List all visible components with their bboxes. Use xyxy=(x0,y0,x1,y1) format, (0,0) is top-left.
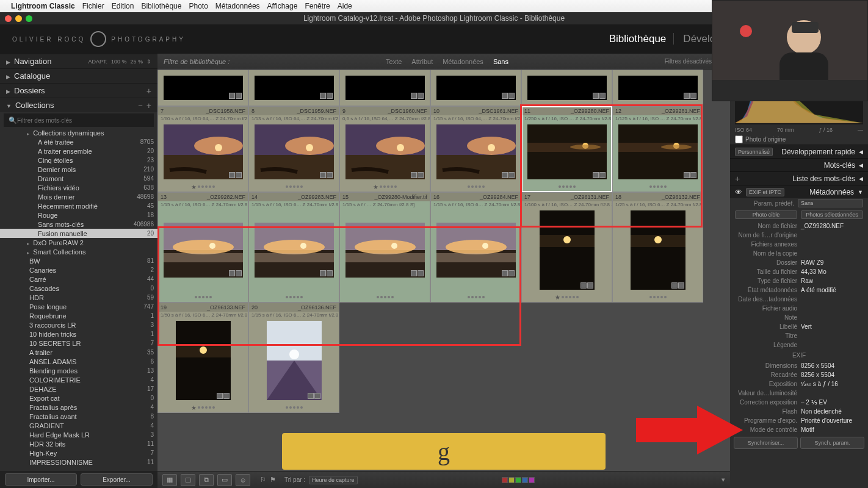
collection-item[interactable]: Dernier mois210 xyxy=(0,165,157,174)
export-button[interactable]: Exporter... xyxy=(81,473,153,486)
collection-item[interactable]: Pose longue747 xyxy=(0,302,157,311)
thumbnail-cell[interactable]: 20_OZ96136.NEF 1/15 s à f / 16, ISO 6… Z… xyxy=(248,303,339,413)
thumbnail-cell[interactable]: 12_OZ99281.NEF 1/125 s à f / 16, ISO … Z… xyxy=(612,106,703,192)
menu-fenetre[interactable]: Fenêtre xyxy=(305,2,330,10)
collection-item[interactable]: GRADIENT4 xyxy=(0,421,157,430)
grid-view-button[interactable]: ▦ xyxy=(162,474,177,486)
photos-sel-button[interactable]: Photos sélectionnées xyxy=(801,210,863,219)
collection-item[interactable]: Roquebrune1 xyxy=(0,311,157,320)
filter-tab-texte[interactable]: Texte xyxy=(381,58,407,65)
add-collection-icon[interactable]: + xyxy=(146,101,151,110)
thumbnail-cell[interactable]: 10_DSC1961.NEF 1/15 s à f / 16, ISO 64,…… xyxy=(430,106,521,192)
menu-bibliotheque[interactable]: Bibliothèque xyxy=(141,2,181,10)
mots-cles-header[interactable]: Mots-clés◀ xyxy=(730,158,868,171)
minimize-button[interactable] xyxy=(15,15,22,22)
collection-item[interactable]: ▸ Collections dynamiques xyxy=(0,128,157,137)
collection-item[interactable]: A traiter ensemble20 xyxy=(0,146,157,156)
collection-search[interactable]: 🔍 xyxy=(4,113,154,127)
add-keyword-icon[interactable]: + xyxy=(735,174,740,184)
menu-affichage[interactable]: Affichage xyxy=(267,2,298,10)
menu-metadonnees[interactable]: Métadonnées xyxy=(215,2,260,10)
dev-preset-dropdown[interactable]: Personnalisé xyxy=(735,148,773,156)
thumbnail-cell[interactable] xyxy=(248,70,339,106)
thumbnail-cell[interactable]: 15_OZ99280-Modifier.tif 1/15 s à f / … Z… xyxy=(339,192,430,303)
menu-photo[interactable]: Photo xyxy=(189,2,208,10)
minus-icon[interactable]: − xyxy=(138,101,143,110)
catalogue-header[interactable]: ▶Catalogue xyxy=(0,68,157,83)
filters-disabled-label[interactable]: Filtres désactivés xyxy=(665,58,712,65)
collection-item[interactable]: Rouge18 xyxy=(0,210,157,220)
app-name[interactable]: Lightroom Classic xyxy=(11,2,75,10)
people-view-button[interactable]: ☺ xyxy=(236,474,250,486)
sort-dropdown[interactable]: Heure de capture xyxy=(309,476,358,484)
thumbnail-cell[interactable] xyxy=(157,70,248,106)
menu-edition[interactable]: Edition xyxy=(112,2,134,10)
import-button[interactable]: Importer... xyxy=(5,473,77,486)
thumbnail-cell[interactable]: 14_OZ99283.NEF 1/15 s à f / 16, ISO 6… Z… xyxy=(248,192,339,303)
collection-item[interactable]: A traiter35 xyxy=(0,348,157,357)
thumbnail-cell[interactable]: 13_OZ99282.NEF 1/15 s à f / 16, ISO 6… Z… xyxy=(157,192,248,303)
collection-item[interactable]: COLORIMETRIE4 xyxy=(0,375,157,384)
collection-item[interactable]: Dramont594 xyxy=(0,174,157,183)
thumbnail-cell[interactable]: 9_DSC1960.NEF 0,6 s à f / 16, ISO 64,… Z… xyxy=(339,106,430,192)
thumbnail-cell[interactable]: 19_OZ96133.NEF 1/50 s à f / 16, ISO 6… Z… xyxy=(157,303,248,413)
thumbnail-cell[interactable]: 16_OZ99284.NEF 1/15 s à f / 16, ISO 6… Z… xyxy=(430,192,521,303)
photo-cible-button[interactable]: Photo cible xyxy=(735,210,797,219)
collection-item[interactable]: HDR 32 bits11 xyxy=(0,439,157,448)
thumbnail-cell[interactable]: 17_OZ96131.NEF 1/100 s à f / 16, ISO… Z … xyxy=(521,192,612,303)
survey-view-button[interactable]: ▭ xyxy=(217,474,232,486)
dossiers-header[interactable]: ▶Dossiers + xyxy=(0,83,157,98)
maximize-button[interactable] xyxy=(26,15,32,22)
collection-item[interactable]: Sans mots-clés406986 xyxy=(0,220,157,229)
collection-item[interactable]: 10 hidden tricks1 xyxy=(0,329,157,339)
collection-item[interactable]: Export cat0 xyxy=(0,393,157,403)
preset-dropdown[interactable]: Sans xyxy=(798,199,863,207)
collection-item[interactable]: 3 raccourcis LR3 xyxy=(0,320,157,329)
collection-item[interactable]: BW81 xyxy=(0,256,157,265)
collection-item[interactable]: Canaries2 xyxy=(0,265,157,274)
collection-item[interactable]: ▸ Smart Collections xyxy=(0,247,157,256)
collection-item[interactable]: DEHAZE17 xyxy=(0,384,157,393)
collection-item[interactable]: Fractalius avant8 xyxy=(0,412,157,421)
module-bibliotheque[interactable]: Bibliothèque xyxy=(602,33,675,45)
collection-item[interactable]: Carré44 xyxy=(0,274,157,284)
liste-mc-header[interactable]: + Liste des mots-clés◀ xyxy=(730,171,868,185)
compare-view-button[interactable]: ⧉ xyxy=(199,474,214,486)
collection-item[interactable]: Cascades0 xyxy=(0,284,157,293)
collection-item[interactable]: ANSEL ADAMS6 xyxy=(0,357,157,366)
collection-item[interactable]: Blending modes13 xyxy=(0,366,157,375)
filter-tab-metadonnees[interactable]: Métadonnées xyxy=(438,58,488,65)
loupe-view-button[interactable]: ▢ xyxy=(181,474,195,486)
thumbnail-cell[interactable] xyxy=(430,70,521,106)
sync-params-button[interactable]: Synch. param. xyxy=(800,437,864,449)
navigation-header[interactable]: ▶Navigation ADAPT.100 %25 %⇕ xyxy=(0,54,157,68)
menu-fichier[interactable]: Fichier xyxy=(82,2,104,10)
collection-item[interactable]: Cinq étoiles23 xyxy=(0,156,157,165)
collections-header[interactable]: ▼Collections −+ xyxy=(0,98,157,112)
thumbnail-cell[interactable]: 11_OZ99280.NEF 1/250 s à f / 16, ISO … Z… xyxy=(521,106,612,192)
filter-tab-sans[interactable]: Sans xyxy=(488,58,513,65)
collection-item[interactable]: High-Key7 xyxy=(0,448,157,458)
collection-item[interactable]: Récemment modifié45 xyxy=(0,201,157,210)
metadonnees-header[interactable]: 👁 EXIF et IPTC Métadonnées▼ xyxy=(730,185,868,198)
collection-item[interactable]: IMPRESSIONNISME11 xyxy=(0,458,157,467)
color-labels[interactable] xyxy=(502,477,535,483)
thumbnail-cell[interactable]: 18_OZ96132.NEF 1/25 s à f / 16, ISO 6… Z… xyxy=(612,192,703,303)
search-input[interactable] xyxy=(17,117,149,124)
exif-iptc-dropdown[interactable]: EXIF et IPTC xyxy=(746,188,784,196)
thumbnail-cell[interactable]: 8_DSC1959.NEF 1/13 s à f / 16, ISO 64,… … xyxy=(248,106,339,192)
eye-icon[interactable]: 👁 xyxy=(735,188,742,196)
collection-item[interactable]: A été traitée8705 xyxy=(0,137,157,146)
thumbnail-cell[interactable]: 7_DSC1958.NEF 1/60 s à f / 16, ISO 64,… … xyxy=(157,106,248,192)
add-folder-icon[interactable]: + xyxy=(146,86,151,96)
filter-tab-attribut[interactable]: Attribut xyxy=(407,58,438,65)
thumbnail-cell[interactable] xyxy=(521,70,612,106)
menu-aide[interactable]: Aide xyxy=(338,2,352,10)
collection-item[interactable]: HDR59 xyxy=(0,293,157,302)
chevron-down-icon[interactable]: ▾ xyxy=(722,476,725,484)
thumbnail-cell[interactable] xyxy=(612,70,703,106)
close-button[interactable] xyxy=(5,15,12,22)
collection-item[interactable]: Fusion manuelle20 xyxy=(0,229,157,238)
collection-item[interactable]: Fractalius après4 xyxy=(0,403,157,412)
photo-origine-checkbox[interactable] xyxy=(735,135,743,143)
